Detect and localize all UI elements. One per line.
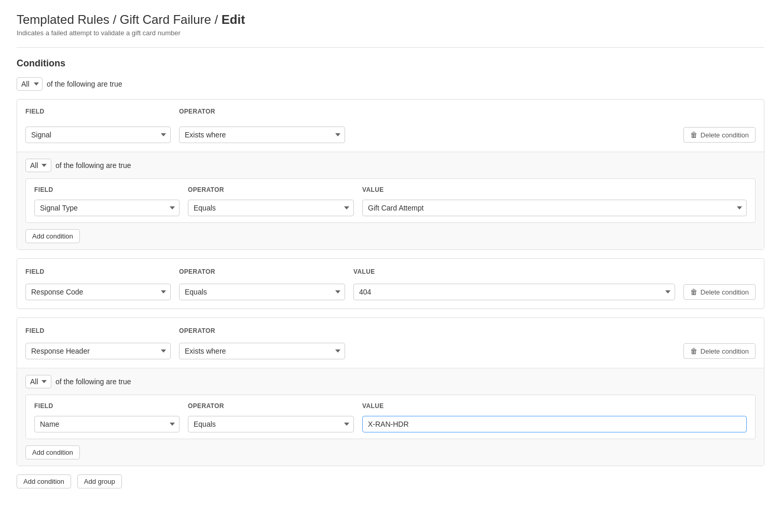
group1-nested-value-select[interactable]: Gift Card Attempt — [362, 200, 747, 216]
group3-nested-operator-select[interactable]: Equals — [188, 416, 354, 432]
bottom-add-condition-button[interactable]: Add condition — [17, 474, 71, 488]
page-title: Templated Rules / Gift Card Failure / Ed… — [17, 12, 764, 27]
group1-delete-label: Delete condition — [701, 131, 749, 139]
group3-nested-field-header: Field — [34, 402, 53, 410]
condition-group-2: Field Operator Value Response Code Equal… — [17, 258, 764, 309]
group2-field-header: Field — [25, 268, 44, 275]
group1-operator-col: Exists where — [179, 127, 345, 143]
group1-nested-field-select[interactable]: Signal Type — [34, 200, 180, 216]
group2-field-col: Response Code — [25, 284, 171, 300]
group2-operator-header: Operator — [179, 268, 215, 275]
edit-label: Edit — [222, 12, 245, 26]
group3-nested-all-row: All of the following are true — [25, 375, 756, 388]
group3-nested-value-input[interactable] — [362, 416, 747, 432]
condition-group-1: Field Operator Signal Exists where 🗑 — [17, 99, 764, 250]
bottom-buttons: Add condition Add group — [17, 474, 764, 488]
group2-headers: Field Operator Value — [17, 259, 764, 275]
group3-field-select[interactable]: Response Header — [25, 343, 171, 359]
group1-nested-operator-header: Operator — [188, 186, 224, 193]
group2-main-row: Response Code Equals 404 🗑 Delete condit… — [17, 275, 764, 309]
group3-nested-field-col: Name — [34, 416, 180, 432]
group2-operator-col: Equals — [179, 284, 345, 300]
breadcrumb-text: Templated Rules / Gift Card Failure / — [17, 12, 218, 26]
group3-field-header: Field — [25, 327, 44, 334]
group2-value-col: 404 — [353, 284, 675, 300]
group3-nested-table: Field Operator Value Name — [25, 395, 756, 439]
group3-headers: Field Operator — [17, 318, 764, 334]
group2-delete-icon: 🗑 — [690, 288, 697, 296]
group3-nested-value-header: Value — [362, 402, 384, 410]
bottom-add-condition-label: Add condition — [23, 478, 64, 485]
group1-header-row: Field Operator — [17, 100, 764, 118]
group1-nested-row1: Signal Type Equals Gift Card Attempt — [26, 193, 755, 222]
group1-main-row: Signal Exists where 🗑 Delete condition — [17, 118, 764, 152]
group1-nested-value-header: Value — [362, 186, 384, 193]
group1-nested-field-header: Field — [34, 186, 53, 193]
group2-delete-button[interactable]: 🗑 Delete condition — [683, 284, 756, 300]
group2-operator-select[interactable]: Equals — [179, 284, 345, 300]
group1-field-select[interactable]: Signal — [25, 127, 171, 143]
group2-value-header: Value — [353, 268, 375, 275]
condition-group-3: Field Operator Response Header Exists wh… — [17, 317, 764, 466]
group3-nested-row1: Name Equals — [26, 410, 755, 439]
group3-nested-headers: Field Operator Value — [26, 395, 755, 410]
bottom-add-group-label: Add group — [84, 478, 115, 485]
subtitle: Indicates a failed attempt to validate a… — [17, 29, 764, 37]
group3-nested-all-text: of the following are true — [56, 377, 131, 386]
group1-nested-all-text: of the following are true — [56, 161, 131, 170]
top-all-select[interactable]: All — [17, 77, 43, 91]
group1-delete-button[interactable]: 🗑 Delete condition — [683, 127, 756, 143]
group1-nested-operator-select[interactable]: Equals — [188, 200, 354, 216]
conditions-title: Conditions — [17, 58, 764, 69]
group2-delete-label: Delete condition — [701, 288, 749, 296]
group3-delete-label: Delete condition — [701, 347, 749, 355]
group3-operator-header: Operator — [179, 327, 215, 334]
group2-field-select[interactable]: Response Code — [25, 284, 171, 300]
group3-nested-value-col — [362, 416, 747, 432]
group1-nested: All of the following are true Field Oper… — [17, 152, 764, 249]
group1-field-header: Field — [25, 108, 171, 115]
conditions-section: Conditions All of the following are true… — [17, 58, 764, 488]
group3-nested: All of the following are true Field Oper… — [17, 368, 764, 466]
group1-delete-icon: 🗑 — [690, 131, 697, 139]
bottom-add-group-button[interactable]: Add group — [77, 474, 122, 488]
top-all-of-text: of the following are true — [47, 80, 122, 88]
group3-nested-all-select[interactable]: All — [25, 375, 51, 388]
group1-nested-headers: Field Operator Value — [26, 179, 755, 193]
group1-nested-field-col: Signal Type — [34, 200, 180, 216]
group3-nested-field-select[interactable]: Name — [34, 416, 180, 432]
group1-add-condition-button[interactable]: Add condition — [25, 229, 80, 243]
group1-operator-select[interactable]: Exists where — [179, 127, 345, 143]
group3-delete-icon: 🗑 — [690, 347, 697, 355]
group3-main-row: Response Header Exists where 🗑 Delete co… — [17, 334, 764, 368]
group1-operator-header: Operator — [179, 108, 345, 115]
group1-nested-all-select[interactable]: All — [25, 159, 51, 172]
group3-nested-operator-header: Operator — [188, 402, 224, 410]
group1-nested-all-row: All of the following are true — [25, 159, 756, 172]
group2-value-select[interactable]: 404 — [353, 284, 675, 300]
group1-nested-table: Field Operator Value Signal Type — [25, 178, 756, 223]
group3-field-col: Response Header — [25, 343, 171, 359]
group3-add-condition-label: Add condition — [32, 449, 73, 456]
group3-nested-operator-col: Equals — [188, 416, 354, 432]
group3-operator-col: Exists where — [179, 343, 345, 359]
group1-nested-operator-col: Equals — [188, 200, 354, 216]
group1-nested-value-col: Gift Card Attempt — [362, 200, 747, 216]
group1-add-condition-label: Add condition — [32, 232, 73, 240]
group3-operator-select[interactable]: Exists where — [179, 343, 345, 359]
group1-field-col: Signal — [25, 127, 171, 143]
group3-delete-button[interactable]: 🗑 Delete condition — [683, 343, 756, 359]
group3-add-condition-button[interactable]: Add condition — [25, 445, 80, 459]
page-header: Templated Rules / Gift Card Failure / Ed… — [17, 12, 764, 37]
top-all-of-row: All of the following are true — [17, 77, 764, 91]
header-divider — [17, 47, 764, 48]
